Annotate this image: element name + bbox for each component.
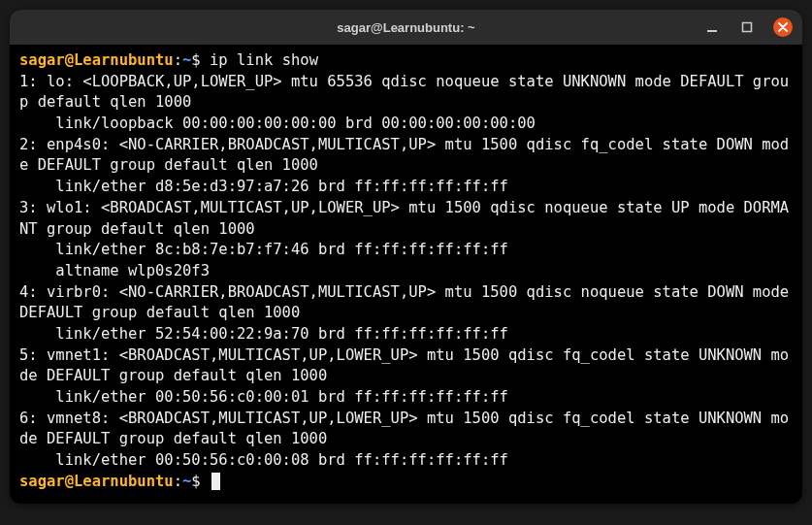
output-line: link/ether 00:50:56:c0:00:08 brd ff:ff:f…: [19, 451, 508, 469]
maximize-icon: [741, 21, 753, 33]
prompt-path: ~: [182, 51, 191, 69]
svg-rect-0: [707, 30, 717, 32]
output-line: 6: vmnet8: <BROADCAST,MULTICAST,UP,LOWER…: [19, 410, 789, 448]
output-line: 2: enp4s0: <NO-CARRIER,BROADCAST,MULTICA…: [19, 136, 789, 175]
window-controls: [703, 17, 793, 37]
output-line: 4: virbr0: <NO-CARRIER,BROADCAST,MULTICA…: [19, 283, 798, 322]
maximize-button[interactable]: [738, 18, 756, 36]
output-line: altname wlp0s20f3: [19, 262, 210, 279]
close-button[interactable]: [773, 17, 793, 37]
terminal-window: sagar@Learnubuntu: ~ sagar@Learnubuntu:~…: [10, 10, 802, 504]
prompt-colon: :: [174, 473, 182, 490]
title-bar: sagar@Learnubuntu: ~: [10, 10, 802, 45]
minimize-icon: [706, 21, 718, 33]
prompt-user-host: sagar@Learnubuntu: [19, 51, 174, 69]
window-title: sagar@Learnubuntu: ~: [337, 20, 474, 35]
output-line: link/ether 00:50:56:c0:00:01 brd ff:ff:f…: [19, 388, 508, 406]
command-text: ip link show: [210, 51, 318, 69]
output-line: link/loopback 00:00:00:00:00:00 brd 00:0…: [19, 115, 536, 132]
output-line: 1: lo: <LOOPBACK,UP,LOWER_UP> mtu 65536 …: [19, 73, 789, 112]
terminal-body[interactable]: sagar@Learnubuntu:~$ ip link show 1: lo:…: [10, 45, 802, 504]
prompt-path: ~: [182, 473, 191, 490]
output-line: link/ether d8:5e:d3:97:a7:26 brd ff:ff:f…: [19, 178, 508, 195]
prompt-symbol: $: [191, 473, 200, 490]
output-line: link/ether 8c:b8:7e:b7:f7:46 brd ff:ff:f…: [19, 241, 508, 258]
output-line: link/ether 52:54:00:22:9a:70 brd ff:ff:f…: [19, 325, 508, 343]
output-line: 3: wlo1: <BROADCAST,MULTICAST,UP,LOWER_U…: [19, 199, 789, 238]
minimize-button[interactable]: [703, 18, 721, 36]
svg-rect-1: [743, 23, 752, 32]
prompt-symbol: $: [191, 51, 200, 69]
prompt-user-host: sagar@Learnubuntu: [19, 473, 174, 490]
prompt-colon: :: [174, 51, 182, 69]
output-line: 5: vmnet1: <BROADCAST,MULTICAST,UP,LOWER…: [19, 346, 789, 385]
cursor: [211, 473, 220, 490]
close-icon: [778, 22, 788, 32]
